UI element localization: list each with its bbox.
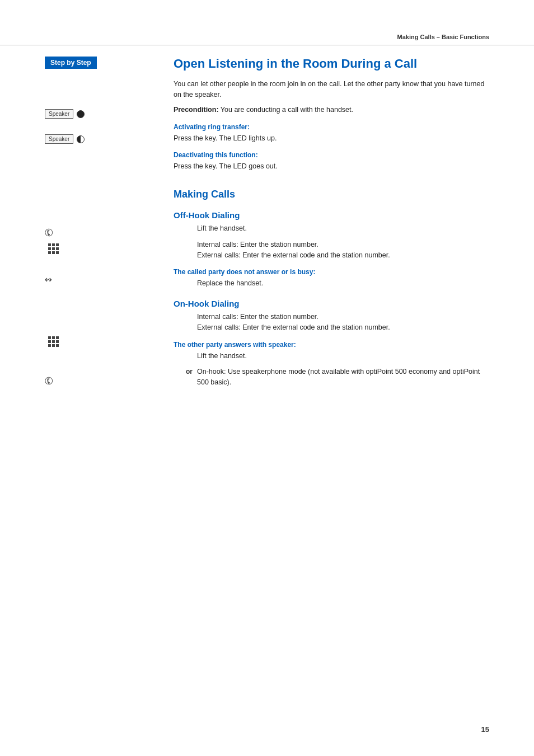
sidebar-offhook-lift: ✆ — [45, 227, 157, 239]
precondition-label: Precondition: — [174, 106, 219, 114]
onhook-step1: Internal calls: Enter the station number… — [174, 312, 489, 333]
onhook-or-row: or On-hook: Use speakerphone mode (not a… — [174, 367, 489, 388]
step-icon-placeholder-4 — [174, 312, 193, 313]
step-icon-placeholder-3 — [174, 278, 193, 279]
offhook-step1: Lift the handset. — [174, 223, 489, 234]
speaker-key-deactivating: Speaker — [45, 134, 73, 144]
sidebar-keypad2 — [48, 336, 157, 347]
replace-handset-icon: ↭ — [45, 274, 52, 285]
step-by-step-label: Step by Step — [45, 57, 97, 69]
onhook-step1-text: Internal calls: Enter the station number… — [197, 312, 489, 333]
precondition-text: You are conducting a call with the hands… — [221, 106, 353, 114]
section1-title: Open Listening in the Room During a Call — [174, 57, 489, 71]
handset-lift-icon: ✆ — [43, 226, 56, 241]
step-icon-placeholder-2 — [174, 240, 193, 241]
deactivating-label: Deactivating this function: — [174, 151, 489, 159]
offhook-step2: Internal calls: Enter the station number… — [174, 240, 489, 261]
activating-label: Activating ring transfer: — [174, 123, 489, 131]
deactivating-text: Press the key. The LED goes out. — [174, 161, 489, 172]
step-icon-placeholder-1 — [174, 223, 193, 224]
section4-title: On-Hook Dialing — [174, 299, 489, 308]
sidebar-replace: ↭ — [45, 274, 157, 285]
other-party-label: The other party answers with speaker: — [174, 341, 489, 349]
page-number: 15 — [481, 725, 489, 734]
speaker-key-activating: Speaker — [45, 109, 73, 119]
page-header: Making Calls – Basic Functions — [0, 0, 534, 45]
offhook-step1-text: Lift the handset. — [197, 223, 489, 234]
offhook-step3: Replace the handset. — [174, 278, 489, 289]
section2-title: Making Calls — [174, 189, 489, 200]
keypad-icon-2 — [48, 336, 157, 347]
offhook-step2-text: Internal calls: Enter the station number… — [197, 240, 489, 261]
offhook-step3-text: Replace the handset. — [197, 278, 489, 289]
main-content: Open Listening in the Room During a Call… — [168, 45, 489, 393]
onhook-step2: Lift the handset. — [174, 351, 489, 361]
led-off-icon — [77, 135, 85, 143]
onhook-or-text: On-hook: Use speakerphone mode (not avai… — [197, 367, 489, 388]
sidebar-onhook-lift: ✆ — [45, 375, 157, 387]
handset-lift-icon-2: ✆ — [43, 374, 56, 389]
onhook-step2-text: Lift the handset. — [197, 351, 489, 361]
section3-title: Off-Hook Dialing — [174, 210, 489, 220]
step-icon-placeholder-5 — [174, 351, 193, 352]
sidebar: Step by Step Speaker Speaker ✆ — [45, 45, 168, 393]
section1-intro: You can let other people in the room joi… — [174, 79, 489, 100]
page-container: Making Calls – Basic Functions Step by S… — [0, 0, 534, 756]
sidebar-deactivating-row: Speaker — [45, 134, 157, 144]
header-title: Making Calls – Basic Functions — [397, 34, 489, 40]
activating-text: Press the key. The LED lights up. — [174, 133, 489, 144]
keypad-icon-1 — [48, 243, 157, 254]
led-on-icon — [77, 110, 85, 118]
sidebar-keypad1 — [48, 243, 157, 254]
sidebar-activating-row: Speaker — [45, 109, 157, 119]
sidebar-step-area: Speaker Speaker ✆ — [45, 109, 157, 387]
content-area: Step by Step Speaker Speaker ✆ — [0, 45, 534, 393]
called-party-label: The called party does not answer or is b… — [174, 268, 489, 276]
or-label: or — [174, 367, 193, 375]
section1-precondition: Precondition: You are conducting a call … — [174, 105, 489, 115]
